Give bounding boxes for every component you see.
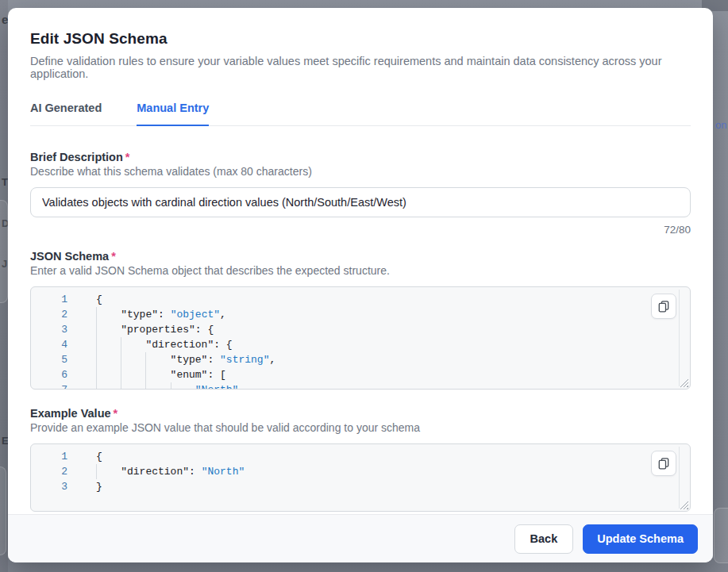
example-value-editor[interactable]: 1{2"direction": "North"3} bbox=[30, 443, 691, 512]
code-line: 2"type": "object", bbox=[31, 307, 690, 322]
indent-guide bbox=[96, 337, 121, 352]
description-input[interactable] bbox=[30, 187, 691, 217]
dialog-subtitle: Define validation rules to ensure your v… bbox=[30, 55, 691, 80]
code-line: 1{ bbox=[31, 449, 690, 464]
copy-icon bbox=[657, 300, 670, 313]
required-asterisk: * bbox=[125, 151, 130, 163]
description-label: Brief Description* bbox=[30, 151, 691, 163]
code-content: 1{2"direction": "North"3} bbox=[31, 449, 690, 494]
line-number: 3 bbox=[31, 479, 67, 494]
code-line: 5"type": "string", bbox=[31, 352, 690, 367]
code-line: 6"enum": [ bbox=[31, 367, 690, 382]
line-number: 1 bbox=[31, 292, 67, 307]
line-number: 1 bbox=[31, 449, 67, 464]
editor-scroll-divider bbox=[679, 447, 680, 509]
indent-guide bbox=[96, 322, 121, 337]
code-content: 1{2"type": "object",3"properties": {4"di… bbox=[31, 292, 690, 390]
character-counter: 72/80 bbox=[30, 224, 691, 238]
required-asterisk: * bbox=[111, 250, 116, 263]
line-number: 5 bbox=[31, 352, 67, 367]
resize-handle[interactable] bbox=[680, 501, 688, 509]
line-number: 2 bbox=[31, 464, 67, 479]
indent-guide bbox=[145, 352, 170, 367]
indent-guide bbox=[121, 367, 145, 382]
dialog-footer: Back Update Schema bbox=[8, 514, 713, 562]
indent-guide bbox=[96, 464, 121, 479]
update-schema-button[interactable]: Update Schema bbox=[583, 524, 698, 554]
dialog-body: Edit JSON Schema Define validation rules… bbox=[8, 8, 713, 514]
background-link-fragment: on bbox=[715, 119, 726, 131]
description-helper: Describe what this schema validates (max… bbox=[30, 165, 691, 178]
description-label-text: Brief Description bbox=[30, 151, 123, 163]
editor-scroll-divider bbox=[679, 290, 680, 386]
indent-guide bbox=[145, 382, 170, 390]
required-asterisk: * bbox=[114, 407, 118, 420]
code-line: 1{ bbox=[31, 292, 690, 307]
background-card bbox=[0, 466, 6, 555]
description-field: Brief Description* Describe what this sc… bbox=[30, 151, 691, 238]
line-number: 7 bbox=[31, 382, 67, 390]
code-line: 4"direction": { bbox=[31, 337, 690, 352]
background-card bbox=[0, 200, 8, 303]
indent-guide bbox=[121, 337, 145, 352]
line-number: 4 bbox=[31, 337, 67, 352]
tab-manual-entry[interactable]: Manual Entry bbox=[137, 102, 209, 126]
background-text-fragment: T bbox=[2, 176, 8, 188]
indent-guide bbox=[96, 352, 121, 367]
background-card bbox=[714, 508, 728, 563]
tab-bar: AI Generated Manual Entry bbox=[30, 102, 691, 126]
edit-json-schema-dialog: Edit JSON Schema Define validation rules… bbox=[8, 8, 713, 562]
line-number: 2 bbox=[31, 307, 67, 322]
copy-button[interactable] bbox=[651, 451, 676, 476]
json-schema-helper: Enter a valid JSON Schema object that de… bbox=[30, 264, 691, 277]
copy-button[interactable] bbox=[651, 294, 676, 319]
back-button[interactable]: Back bbox=[514, 524, 574, 554]
example-value-field: Example Value* Provide an example JSON v… bbox=[30, 407, 691, 512]
example-value-label-text: Example Value bbox=[30, 407, 111, 420]
indent-guide bbox=[121, 352, 145, 367]
code-line: 3"properties": { bbox=[31, 322, 690, 337]
example-value-label: Example Value* bbox=[30, 407, 691, 420]
tab-ai-generated[interactable]: AI Generated bbox=[30, 102, 102, 125]
json-schema-label: JSON Schema* bbox=[30, 250, 691, 263]
indent-guide bbox=[96, 367, 121, 382]
indent-guide bbox=[171, 382, 195, 390]
indent-guide bbox=[145, 367, 170, 382]
example-value-helper: Provide an example JSON value that shoul… bbox=[30, 421, 691, 434]
indent-guide bbox=[121, 382, 145, 390]
code-line: 7"North", bbox=[31, 382, 690, 390]
code-line: 3} bbox=[31, 479, 690, 494]
indent-guide bbox=[96, 307, 121, 322]
code-line: 2"direction": "North" bbox=[31, 464, 690, 479]
json-schema-label-text: JSON Schema bbox=[30, 250, 109, 263]
line-number: 3 bbox=[31, 322, 67, 337]
copy-icon bbox=[657, 457, 670, 470]
json-schema-editor[interactable]: 1{2"type": "object",3"properties": {4"di… bbox=[30, 286, 691, 390]
json-schema-field: JSON Schema* Enter a valid JSON Schema o… bbox=[30, 250, 691, 390]
indent-guide bbox=[96, 382, 121, 390]
dialog-title: Edit JSON Schema bbox=[30, 30, 691, 48]
line-number: 6 bbox=[31, 367, 67, 382]
